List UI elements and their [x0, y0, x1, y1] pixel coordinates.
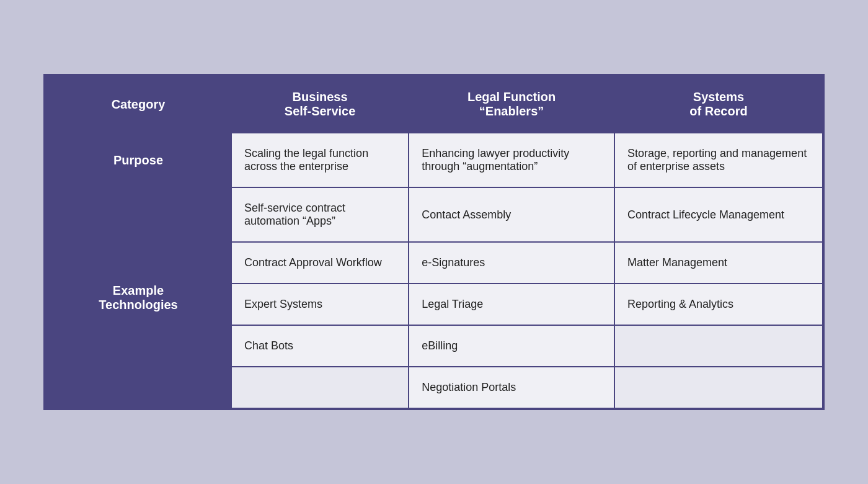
header-systems-of-record: Systemsof Record: [614, 76, 823, 133]
tech-row3-col2: Expert Systems: [231, 284, 409, 325]
tech-row1-col3: Contact Assembly: [409, 187, 614, 242]
tech-row4-col3: eBilling: [409, 325, 614, 367]
purpose-col3: Enhancing lawyer productivity through “a…: [409, 133, 614, 187]
tech-row4-col2: Chat Bots: [231, 325, 409, 367]
tech-row1-col2: Self-service contract automation “Apps”: [231, 187, 409, 242]
tech-row1-col4: Contract Lifecycle Management: [614, 187, 823, 242]
header-business-self-service: BusinessSelf-Service: [231, 76, 409, 133]
purpose-col4: Storage, reporting and management of ent…: [614, 133, 823, 187]
header-legal-function-enablers: Legal Function“Enablers”: [409, 76, 614, 133]
tech-row2-col2: Contract Approval Workflow: [231, 242, 409, 284]
purpose-label: Purpose: [45, 133, 231, 187]
main-table-wrapper: Category BusinessSelf-Service Legal Func…: [43, 74, 825, 410]
header-category: Category: [45, 76, 231, 133]
example-tech-label: ExampleTechnologies: [45, 187, 231, 408]
tech-row3-col4: Reporting & Analytics: [614, 284, 823, 325]
tech-row2-col4: Matter Management: [614, 242, 823, 284]
tech-row4-col4: [614, 325, 823, 367]
purpose-col2: Scaling the legal function across the en…: [231, 133, 409, 187]
tech-row5-col3: Negotiation Portals: [409, 367, 614, 408]
tech-row3-col3: Legal Triage: [409, 284, 614, 325]
tech-row5-col2: [231, 367, 409, 408]
tech-row5-col4: [614, 367, 823, 408]
tech-row2-col3: e-Signatures: [409, 242, 614, 284]
